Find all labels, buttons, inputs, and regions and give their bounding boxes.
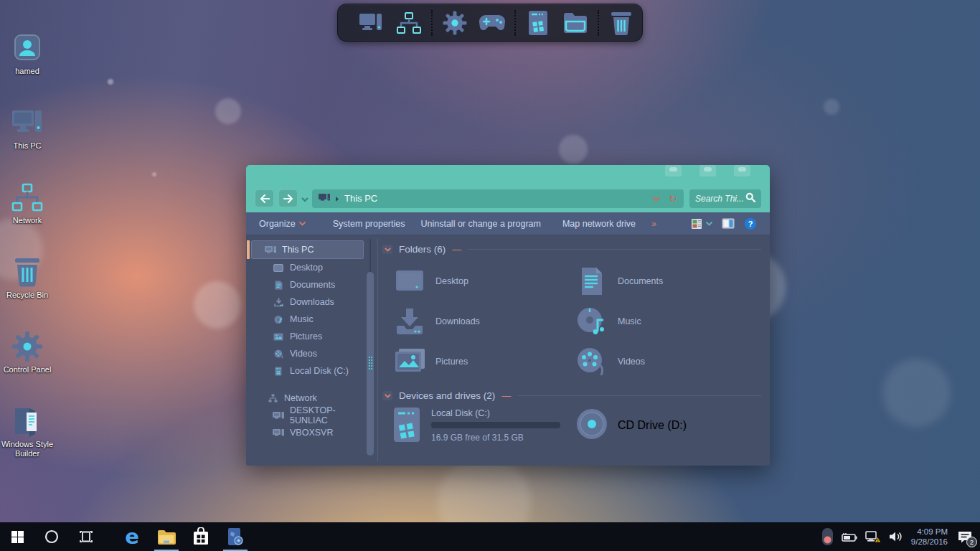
dock-group-files [516, 9, 598, 37]
sidebar-item-vboxsvr[interactable]: VBOXSVR [251, 424, 364, 441]
local-disk-info: Local Disk (C:) 16.9 GB free of 31.5 GB [431, 407, 560, 443]
help-button[interactable]: ? [744, 217, 757, 230]
task-view-button[interactable] [69, 522, 103, 551]
map-network-drive-button[interactable]: Map network drive [562, 219, 636, 229]
dock-group-tools [433, 9, 514, 37]
taskbar-clock[interactable]: 4:09 PM 9/28/2016 [911, 527, 948, 547]
file-explorer-button[interactable] [149, 522, 184, 551]
folder-tile-downloads[interactable]: Downloads [379, 301, 561, 342]
sidebar-item-network[interactable]: Network [251, 390, 364, 407]
installer-icon[interactable] [524, 9, 552, 37]
style-builder-taskbar-icon [227, 527, 243, 546]
folder-tile-pictures[interactable]: Pictures [379, 342, 561, 382]
desktop-icon-recycle-bin[interactable]: Recycle Bin [0, 255, 55, 300]
sidebar-item-this-pc[interactable]: This PC [251, 240, 364, 259]
sidebar-item-desktop[interactable]: Desktop [251, 259, 364, 276]
organize-menu[interactable]: Organize [259, 219, 306, 229]
back-button[interactable] [255, 189, 274, 207]
network-icon[interactable] [395, 9, 423, 37]
uninstall-program-button[interactable]: Uninstall or change a program [420, 219, 540, 229]
network-status-icon[interactable] [865, 531, 881, 543]
capacity-bar [431, 422, 560, 428]
command-toolbar: Organize System properties Uninstall or … [246, 212, 770, 235]
sidebar-scrollbar[interactable] [366, 239, 374, 461]
start-windows-icon [11, 531, 24, 543]
start-button[interactable] [0, 522, 34, 551]
gamepad-icon[interactable] [479, 9, 506, 37]
sidebar-label: This PC [282, 245, 314, 255]
view-options-icon [691, 218, 702, 230]
desktop-icon-label: Recycle Bin [6, 291, 48, 300]
desktop-icon-style-builder[interactable]: Windows Style Builder [0, 405, 55, 458]
desktop-icon-network[interactable]: Network [0, 181, 55, 225]
store-button[interactable] [184, 522, 218, 551]
folder-tile-desktop[interactable]: Desktop [379, 261, 561, 301]
sidebar-label: Music [290, 314, 314, 324]
address-dropdown-chevron-icon[interactable] [652, 192, 660, 205]
desktop-tile-icon [393, 264, 426, 298]
sidebar-item-local-disk[interactable]: Local Disk (C:) [251, 362, 364, 380]
bokeh-circle [152, 172, 156, 176]
scrollbar-thumb[interactable] [367, 272, 374, 456]
desktop-icon-user[interactable]: hamed [0, 32, 55, 76]
desktop-icon-control-panel[interactable]: Control Panel [0, 330, 55, 375]
edge-button[interactable]: e [115, 522, 149, 551]
search-input[interactable]: Search Thi... [689, 189, 761, 208]
power-battery-icon[interactable] [842, 532, 857, 542]
system-properties-button[interactable]: System properties [333, 219, 405, 229]
drive-tile-local-disk[interactable]: Local Disk (C:) 16.9 GB free of 31.5 GB [379, 407, 561, 444]
svg-text:?: ? [748, 220, 753, 228]
style-builder-button[interactable] [218, 522, 253, 551]
devices-section-header: Devices and drives (2) — [382, 390, 761, 401]
cortana-button[interactable] [34, 522, 69, 551]
search-icon[interactable] [745, 192, 755, 205]
downloads-icon [273, 298, 284, 307]
taskbar: e 4:09 PM 9/28/2016 [0, 522, 980, 551]
store-icon [192, 527, 209, 546]
folder-tile-music[interactable]: Music [561, 301, 743, 342]
section-title: Folders (6) [399, 244, 446, 255]
sidebar-item-documents[interactable]: Documents [251, 276, 364, 293]
uninstall-label: Uninstall or change a program [420, 219, 540, 229]
maximize-button[interactable] [699, 165, 716, 176]
desktop-icon-this-pc[interactable]: This PC [0, 106, 55, 151]
tile-label: Music [618, 316, 641, 326]
sidebar-item-desktop-5unliac[interactable]: DESKTOP-5UNLIAC [251, 407, 364, 424]
recent-locations-chevron-icon[interactable] [301, 192, 308, 205]
view-dropdown-icon [706, 222, 712, 226]
tray-app-icon[interactable] [821, 527, 834, 546]
address-bar[interactable]: This PC ↻ [312, 189, 684, 208]
titlebar[interactable]: This PC ↻ Search Thi... [246, 165, 770, 212]
folder-tile-documents[interactable]: Documents [561, 261, 743, 301]
computer-icon[interactable] [358, 9, 385, 37]
tile-label: Desktop [435, 276, 468, 286]
close-button[interactable] [734, 165, 750, 176]
sidebar-item-videos[interactable]: Videos [251, 345, 364, 362]
change-view-button[interactable] [691, 218, 712, 230]
volume-icon[interactable] [889, 531, 903, 542]
preview-pane-button[interactable] [722, 218, 735, 229]
window-controls [665, 165, 750, 176]
folder-tile-videos[interactable]: Videos [561, 342, 743, 382]
this-pc-icon [11, 106, 44, 139]
folder-icon[interactable] [562, 9, 589, 37]
toolbar-overflow-button[interactable]: » [651, 219, 656, 229]
trash-icon[interactable] [608, 9, 635, 37]
capacity-text: 16.9 GB free of 31.5 GB [431, 433, 560, 443]
breadcrumb-location[interactable]: This PC [344, 193, 377, 204]
explorer-window: This PC ↻ Search Thi... [246, 165, 770, 466]
bokeh-circle [882, 359, 951, 427]
collapse-chevron-icon[interactable] [382, 391, 392, 400]
devices-grid: Local Disk (C:) 16.9 GB free of 31.5 GB … [379, 401, 761, 444]
sidebar-item-downloads[interactable]: Downloads [251, 293, 364, 311]
settings-gear-icon[interactable] [441, 9, 468, 37]
sidebar-item-music[interactable]: Music [251, 311, 364, 328]
forward-button[interactable] [278, 189, 298, 207]
drive-label: Local Disk (C:) [431, 408, 560, 418]
minimize-button[interactable] [665, 165, 682, 176]
refresh-icon[interactable]: ↻ [669, 194, 677, 204]
action-center-button[interactable]: 2 [956, 527, 974, 546]
sidebar-item-pictures[interactable]: Pictures [251, 328, 364, 345]
drive-tile-cd[interactable]: CD Drive (D:) [561, 407, 743, 444]
collapse-chevron-icon[interactable] [382, 245, 392, 254]
